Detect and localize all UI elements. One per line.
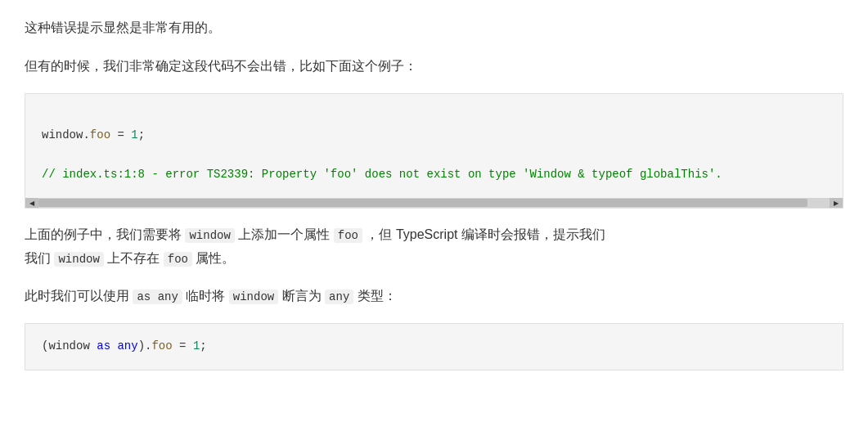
- cb1-num: 1: [124, 128, 138, 141]
- right-arrow-icon: ▶: [834, 200, 839, 207]
- p3-foo2: foo: [164, 252, 192, 267]
- cb1-semi: ;: [138, 128, 145, 141]
- p3-window1: window: [185, 228, 234, 243]
- code-block-2-content: (window as any).foo = 1;: [25, 324, 843, 370]
- paragraph-2-text: 但有的时候，我们非常确定这段代码不会出错，比如下面这个例子：: [25, 59, 417, 73]
- cb1-foo: foo: [90, 128, 110, 141]
- p4-part3: 断言为: [282, 289, 322, 303]
- cb2-window: window: [48, 339, 89, 352]
- code-block-2: (window as any).foo = 1;: [25, 323, 843, 370]
- p4-any: any: [325, 290, 353, 304]
- paragraph-1-text: 这种错误提示显然是非常有用的。: [25, 20, 221, 34]
- scrollbar-track-1[interactable]: ◀ ▶: [25, 198, 843, 208]
- p3-part3: ，但 TypeScript 编译时会报错，提示我们: [366, 227, 605, 241]
- cb2-semi: ;: [200, 339, 206, 352]
- code-block-1-content: window.foo = 1; // index.ts:1:8 - error …: [25, 94, 843, 198]
- scrollbar-left-arrow-1[interactable]: ◀: [25, 198, 38, 208]
- p3-part4: 上不存在: [107, 251, 160, 265]
- cb2-num: 1: [187, 339, 200, 352]
- paragraph-4: 此时我们可以使用 as any 临时将 window 断言为 any 类型：: [25, 285, 843, 308]
- cb1-window: window: [42, 128, 83, 141]
- p3-window2-label: 我们: [25, 251, 54, 265]
- cb2-foo: foo: [151, 339, 172, 352]
- scrollbar-right-arrow-1[interactable]: ▶: [830, 198, 843, 208]
- cb2-eq: =: [173, 339, 187, 352]
- cb1-comment: // index.ts:1:8 - error TS2339: Property…: [42, 168, 722, 181]
- cb1-dot: .: [83, 128, 89, 141]
- p3-window2: window: [54, 252, 103, 267]
- p3-part1: 上面的例子中，我们需要将: [25, 227, 182, 241]
- code-block-1: window.foo = 1; // index.ts:1:8 - error …: [25, 93, 843, 209]
- cb2-any: any: [110, 339, 138, 352]
- p3-part5: 属性。: [196, 251, 235, 265]
- p4-as-any: as any: [133, 290, 182, 304]
- paragraph-1: 这种错误提示显然是非常有用的。: [25, 16, 843, 40]
- left-arrow-icon: ◀: [29, 200, 34, 207]
- p4-part1: 此时我们可以使用: [25, 289, 129, 303]
- p4-part4: 类型：: [358, 289, 397, 303]
- p3-foo1: foo: [334, 228, 362, 243]
- cb2-as: as: [90, 339, 110, 352]
- p3-part2: 上添加一个属性: [238, 227, 330, 241]
- paragraph-3: 上面的例子中，我们需要将 window 上添加一个属性 foo ，但 TypeS…: [25, 223, 843, 271]
- paragraph-2: 但有的时候，我们非常确定这段代码不会出错，比如下面这个例子：: [25, 55, 843, 79]
- scrollbar-thumb-1[interactable]: [38, 199, 807, 207]
- cb2-paren2: ): [138, 339, 145, 352]
- cb1-eq: =: [110, 128, 124, 141]
- p4-part2: 临时将: [186, 289, 225, 303]
- p4-window: window: [229, 290, 278, 304]
- scrollbar-thumb-area-1[interactable]: [38, 198, 843, 208]
